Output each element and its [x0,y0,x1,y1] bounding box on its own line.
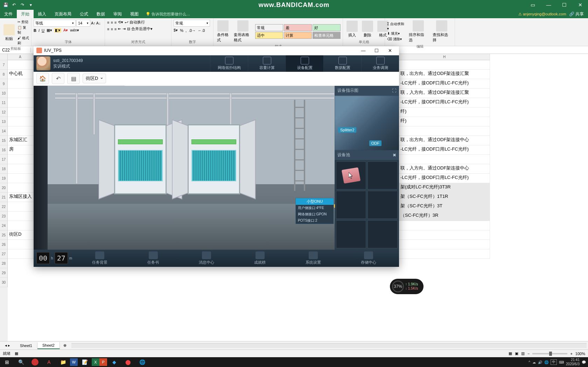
cell-A8[interactable]: 中心机 [8,70,33,79]
footer-task-bg[interactable]: 任务背景 [92,251,107,265]
cell-H13[interactable]: 纤) [399,117,490,126]
autosum-button[interactable]: Σ 自动求和▾ [387,22,405,30]
style-calc[interactable]: 计算 [284,32,312,39]
tray-vol-icon[interactable]: 🔊 [538,360,542,364]
footer-storage[interactable]: 存储中心 [361,251,376,265]
paste-button[interactable]: 粘贴 [2,23,16,42]
tell-me[interactable]: 💡 告诉我您想要做什么… [146,12,190,17]
number-format-select[interactable]: 常规 [174,20,210,27]
zoom-value[interactable]: 100% [575,352,585,356]
style-neutral[interactable]: 适中 [255,32,283,39]
qa-dropdown-icon[interactable]: ▾ [28,2,34,8]
scene-3d[interactable] [34,86,335,250]
view-normal-icon[interactable]: ▦ [509,351,512,356]
nav-capacity[interactable]: 容量计算 [248,55,286,72]
tray-up-icon[interactable]: ^ [528,360,530,364]
merge-button[interactable]: ⊟ 合并后居中▾ [127,26,153,32]
tab-view[interactable]: 视图 [126,10,143,19]
tab-review[interactable]: 审阅 [109,10,126,19]
indent-inc-icon[interactable]: ⇥ [122,27,126,31]
cell-H9[interactable]: -LC光纤，接ODF口用LC-FC光纤) [399,79,490,89]
taskbar-app-blue[interactable]: ◆ [107,357,121,367]
close-icon[interactable]: ✕ [572,0,588,10]
cell-H10[interactable]: 联，入方向。通过ODF架连接汇聚 [399,89,490,98]
nav-test[interactable]: 业务调测 [361,55,399,72]
tray-kb-icon[interactable]: ⌨ [559,360,564,364]
cell-A21[interactable]: 东城区接入 [8,193,33,202]
zoom-in-icon[interactable]: + [570,352,572,356]
font-color-button[interactable]: A▾ [63,28,68,33]
table-format-button[interactable]: 套用表格格式 [232,20,253,43]
format-painter-button[interactable]: 🖌 格式刷 [18,36,29,46]
start-button[interactable]: ⊞ [0,357,14,367]
wrap-text-button[interactable]: ⮐ 自动换行 [125,20,145,25]
zoom-out-icon[interactable]: − [527,352,530,356]
tab-formula[interactable]: 公式 [76,10,92,19]
undo-icon[interactable]: ↶ [11,2,17,8]
cell-H23[interactable]: （SC-FC光纤）3R [399,212,490,221]
pool-slot-2[interactable] [368,161,398,189]
tab-data[interactable]: 数据 [92,10,109,19]
tag-splitter[interactable]: Splitter2 [338,127,356,133]
map-preview[interactable]: Splitter2 ODF [335,96,399,150]
cell-H15[interactable]: 联，出方向。通过ODF架连接中心 [399,136,490,145]
macro-icon[interactable]: ▦ [15,351,18,356]
ribbon-options-icon[interactable]: ▭ [525,0,541,10]
cell-A25[interactable]: 街区D [8,230,33,240]
pool-slot-3[interactable] [336,191,366,219]
fill-color-button[interactable]: ◧▾ [54,28,61,33]
nav-device[interactable]: 设备配置 [286,55,323,72]
home-button[interactable]: 🏠 [36,73,49,84]
add-sheet-icon[interactable]: ⊕ [60,343,70,348]
tab-home[interactable]: 开始 [17,10,34,19]
onu-item[interactable] [342,167,361,184]
fill-button[interactable]: ⬇ 填充▾ [387,31,405,36]
style-good[interactable]: 好 [313,24,341,31]
align-mid-icon[interactable]: ≡ [111,20,113,25]
taskbar-record-icon[interactable]: ⬤ [121,357,135,367]
border-button[interactable]: ▦▾ [47,28,52,33]
taskbar-excel-icon[interactable]: X [92,358,99,366]
align-center-icon[interactable]: ≡ [111,27,113,31]
tray-clock[interactable]: 21:41 2020/6/3 [566,358,580,366]
dec-decimal-icon[interactable]: ←.0 [198,28,205,33]
cell-H12[interactable]: 纤) [399,108,490,117]
footer-messages[interactable]: 消息中心 [199,251,214,265]
location-select[interactable]: 街区D [83,74,106,83]
cell-A16[interactable]: 房 [8,145,33,155]
view-break-icon[interactable]: ▥ [521,351,525,356]
tray-net-icon[interactable]: 🌐 [544,360,548,364]
cond-format-button[interactable]: 条件格式 [216,20,230,43]
indent-dec-icon[interactable]: ⇤ [118,27,121,31]
speed-widget[interactable]: 37% ↑ 1.9K/s ↓ 1.5K/s [390,279,424,294]
comma-icon[interactable]: , [186,28,187,33]
search-icon[interactable]: 🔍 [14,357,28,367]
tray-cloud-icon[interactable]: ☁ [532,360,536,364]
tab-layout[interactable]: 页面布局 [50,10,76,19]
taskbar-notepad-icon[interactable]: 📝 [78,357,92,367]
font-size-select[interactable]: 14 [76,20,90,27]
name-box[interactable]: C22 [0,48,31,53]
align-top-icon[interactable]: ≡ [107,20,109,25]
taskbar-chrome-icon[interactable]: 🌐 [135,357,149,367]
share-button[interactable]: 🔗 共享 [569,11,584,17]
maximize-icon[interactable]: ☐ [556,0,572,10]
cell-H8[interactable]: 联，出方向。通过ODF架连接汇聚 [399,70,490,79]
taskbar-app-1[interactable] [31,359,38,366]
cell-H16[interactable]: -LC光纤，接ODF口用LC-FC光纤) [399,145,490,155]
sheet-tab-1[interactable]: Sheet1 [15,342,37,349]
taskbar-ppt-icon[interactable]: P [99,358,107,366]
account[interactable]: ⚠ anjenyqing@outlook.com [518,12,566,16]
increase-font-icon[interactable]: A↑ [91,21,96,25]
sort-filter-button[interactable]: 排序和筛选 [407,20,429,43]
nav-topology[interactable]: 网络拓扑结构 [210,55,248,72]
clear-button[interactable]: ⌫ 清除▾ [387,37,405,42]
tray-ime-icon[interactable]: 中 [551,359,557,365]
footer-task-book[interactable]: 任务书 [147,251,159,265]
decrease-font-icon[interactable]: A↓ [96,21,101,25]
list-button[interactable]: ▤ [67,73,80,84]
nav-data[interactable]: 数据配置 [323,55,361,72]
taskbar-explorer-icon[interactable]: 📁 [56,357,70,367]
tab-insert[interactable]: 插入 [34,10,50,19]
sheet-tab-2[interactable]: Sheet2 [37,342,60,349]
